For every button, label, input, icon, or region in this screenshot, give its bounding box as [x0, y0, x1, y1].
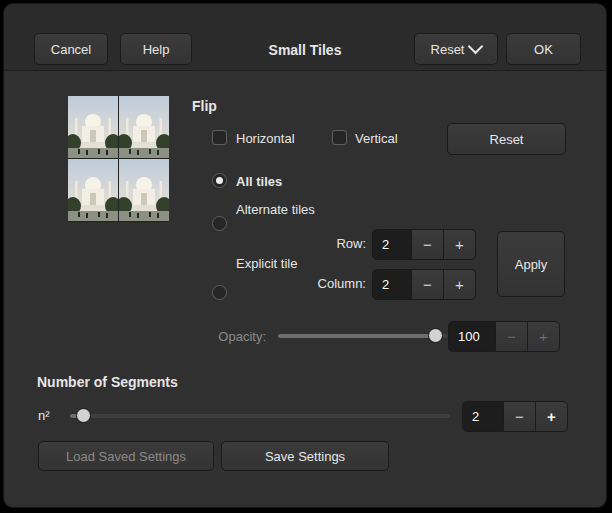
- preview-tile-image: [119, 159, 169, 221]
- load-saved-settings-button[interactable]: Load Saved Settings: [38, 441, 214, 471]
- horizontal-checkbox-label: Horizontal: [236, 131, 295, 146]
- opacity-minus-button[interactable]: −: [495, 321, 528, 352]
- tile-preview: [68, 96, 169, 222]
- column-label: Column:: [304, 276, 366, 291]
- chevron-down-icon: [468, 39, 484, 55]
- save-settings-button[interactable]: Save Settings: [221, 441, 389, 471]
- flip-reset-button[interactable]: Reset: [447, 123, 566, 155]
- segments-slider-handle[interactable]: [76, 408, 91, 423]
- plus-icon: +: [455, 276, 464, 293]
- opacity-slider-handle[interactable]: [428, 328, 443, 343]
- all-tiles-label: All tiles: [236, 174, 282, 189]
- vertical-checkbox-label: Vertical: [355, 131, 398, 146]
- segments-minus-button[interactable]: −: [503, 401, 536, 432]
- column-plus-button[interactable]: +: [443, 269, 476, 300]
- row-value[interactable]: 2: [372, 229, 412, 260]
- preview-tile-image: [68, 96, 118, 158]
- dialog-header: Cancel Help Small Tiles Reset OK: [4, 4, 606, 71]
- minus-icon: −: [515, 408, 524, 425]
- flip-heading: Flip: [192, 98, 217, 114]
- row-spinner: 2 − +: [372, 229, 476, 260]
- segments-n-label: n²: [38, 408, 50, 423]
- column-minus-button[interactable]: −: [411, 269, 444, 300]
- small-tiles-dialog: Cancel Help Small Tiles Reset OK: [3, 3, 607, 508]
- vertical-checkbox[interactable]: [332, 130, 347, 145]
- row-minus-button[interactable]: −: [411, 229, 444, 260]
- minus-icon: −: [423, 236, 432, 253]
- segments-plus-button[interactable]: +: [535, 401, 568, 432]
- all-tiles-radio[interactable]: [212, 173, 227, 188]
- segments-value[interactable]: 2: [462, 401, 504, 432]
- segments-slider-track[interactable]: [70, 414, 450, 418]
- opacity-label: Opacity:: [184, 329, 266, 344]
- opacity-plus-button[interactable]: +: [527, 321, 560, 352]
- plus-icon: +: [547, 408, 556, 425]
- opacity-value[interactable]: 100: [448, 321, 496, 352]
- segments-heading: Number of Segments: [37, 374, 178, 390]
- reset-dropdown-label: Reset: [431, 42, 465, 57]
- alternate-tiles-radio[interactable]: [212, 216, 227, 231]
- preview-tile-image: [119, 96, 169, 158]
- row-plus-button[interactable]: +: [443, 229, 476, 260]
- row-label: Row:: [304, 236, 366, 251]
- opacity-slider-fill: [278, 334, 436, 338]
- minus-icon: −: [423, 276, 432, 293]
- reset-dropdown-button[interactable]: Reset: [414, 33, 498, 65]
- explicit-tile-label: Explicit tile: [236, 256, 297, 271]
- opacity-spinner: 100 − +: [448, 321, 560, 352]
- column-value[interactable]: 2: [372, 269, 412, 300]
- horizontal-checkbox[interactable]: [212, 130, 227, 145]
- alternate-tiles-label: Alternate tiles: [236, 202, 315, 217]
- explicit-tile-radio[interactable]: [212, 285, 227, 300]
- column-spinner: 2 − +: [372, 269, 476, 300]
- preview-tile-image: [68, 159, 118, 221]
- segments-spinner: 2 − +: [462, 401, 568, 432]
- minus-icon: −: [507, 328, 516, 345]
- plus-icon: +: [455, 236, 464, 253]
- ok-button[interactable]: OK: [506, 33, 581, 65]
- apply-button[interactable]: Apply: [497, 231, 565, 297]
- plus-icon: +: [539, 328, 548, 345]
